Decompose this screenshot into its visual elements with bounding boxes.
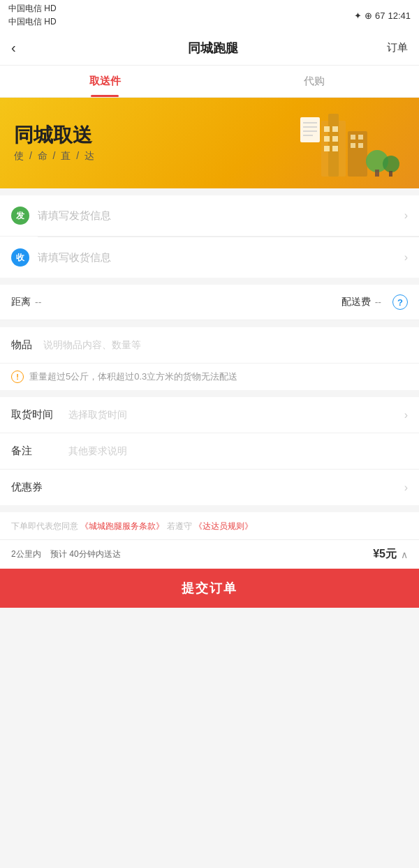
receiver-icon: 收 <box>11 248 29 267</box>
banner-text: 同城取送 使 / 命 / 直 / 达 <box>14 124 96 163</box>
price-toggle-button[interactable]: ∧ <box>401 549 408 560</box>
svg-rect-4 <box>324 136 330 142</box>
svg-rect-9 <box>351 135 355 140</box>
banner-decoration <box>279 100 405 186</box>
time-row[interactable]: 取货时间 选择取货时间 › <box>0 397 419 433</box>
note-row[interactable]: 备注 其他要求说明 <box>0 433 419 470</box>
delivery-range: 2公里内 <box>11 549 41 559</box>
terms-section: 下单即代表您同意 《城城跑腿服务条款》 若遵守 《达达员规则》 <box>0 512 419 539</box>
coupon-label: 优惠券 <box>11 481 60 494</box>
terms-link2[interactable]: 《达达员规则》 <box>194 521 253 531</box>
back-button[interactable]: ‹ <box>11 40 39 56</box>
fee-label: 配送费 <box>341 296 371 308</box>
status-right: ✦ ⊕ 67 12:41 <box>354 10 411 21</box>
item-placeholder: 说明物品内容、数量等 <box>43 339 141 350</box>
svg-rect-5 <box>332 136 338 142</box>
sender-icon: 发 <box>11 207 29 225</box>
sender-arrow: › <box>404 209 408 222</box>
banner-svg <box>279 100 405 184</box>
coupon-arrow: › <box>404 481 408 494</box>
tab-pickup[interactable]: 取送件 <box>0 66 210 97</box>
item-section: 物品 说明物品内容、数量等 ! 重量超过5公斤，体积超过0.3立方米的货物无法配… <box>0 327 419 390</box>
banner-title: 同城取送 <box>14 124 96 147</box>
page-title: 同城跑腿 <box>188 40 238 57</box>
svg-rect-12 <box>358 143 363 148</box>
receiver-row[interactable]: 收 请填写收货信息 › <box>0 237 419 278</box>
svg-rect-7 <box>332 146 338 151</box>
svg-rect-10 <box>358 135 363 140</box>
tab-bar: 取送件 代购 <box>0 66 419 98</box>
nav-bar: ‹ 同城跑腿 订单 <box>0 31 419 66</box>
sender-placeholder: 请填写发货信息 <box>38 209 404 223</box>
time-arrow: › <box>404 409 408 421</box>
fee-item: 配送费 -- <box>341 296 381 308</box>
terms-link1[interactable]: 《城城跑腿服务条款》 <box>80 521 164 531</box>
carrier2-label: 中国电信 HD <box>8 16 57 28</box>
submit-order-button[interactable]: 提交订单 <box>0 569 419 608</box>
svg-point-15 <box>383 156 399 172</box>
bottom-summary: 2公里内 预计 40分钟内送达 ¥5元 ∧ <box>0 539 419 569</box>
svg-rect-1 <box>328 114 339 177</box>
banner-subtitle: 使 / 命 / 直 / 达 <box>14 150 96 163</box>
banner: 同城取送 使 / 命 / 直 / 达 <box>0 98 419 188</box>
svg-rect-6 <box>324 146 330 151</box>
carrier-info: 中国电信 HD 中国电信 HD <box>8 3 57 28</box>
warning-text: 重量超过5公斤，体积超过0.3立方米的货物无法配送 <box>29 371 237 383</box>
svg-rect-16 <box>389 171 392 177</box>
summary-price: ¥5元 <box>373 547 397 562</box>
note-label: 备注 <box>11 444 60 458</box>
svg-rect-17 <box>300 117 320 142</box>
distance-fee-section: 距离 -- 配送费 -- ? <box>0 285 419 320</box>
tab-purchase[interactable]: 代购 <box>210 66 419 97</box>
note-placeholder: 其他要求说明 <box>60 445 408 458</box>
svg-rect-2 <box>324 126 330 132</box>
battery-level: 67 <box>375 10 385 21</box>
item-label: 物品 <box>11 338 32 350</box>
fee-value: -- <box>375 297 381 308</box>
svg-rect-3 <box>332 126 338 132</box>
bottom-bar: 2公里内 预计 40分钟内送达 ¥5元 ∧ 提交订单 <box>0 539 419 608</box>
item-input-row[interactable]: 物品 说明物品内容、数量等 <box>0 327 419 364</box>
distance-value: -- <box>35 297 41 308</box>
coupon-row[interactable]: 优惠券 › <box>0 470 419 505</box>
bluetooth-icon: ✦ <box>354 10 362 21</box>
fee-help-button[interactable]: ? <box>392 294 408 310</box>
terms-text: 下单即代表您同意 《城城跑腿服务条款》 若遵守 《达达员规则》 <box>11 521 253 531</box>
sender-section: 发 请填写发货信息 › 收 请填写收货信息 › <box>0 195 419 278</box>
order-button[interactable]: 订单 <box>387 41 408 54</box>
receiver-placeholder: 请填写收货信息 <box>38 251 404 264</box>
distance-label: 距离 <box>11 296 31 308</box>
receiver-arrow: › <box>404 251 408 264</box>
svg-rect-11 <box>351 143 355 148</box>
delivery-estimate: 预计 40分钟内送达 <box>50 549 121 559</box>
carrier1-label: 中国电信 HD <box>8 3 57 15</box>
time-placeholder: 选择取货时间 <box>60 409 404 421</box>
status-bar: 中国电信 HD 中国电信 HD ✦ ⊕ 67 12:41 <box>0 0 419 31</box>
time-label: 取货时间 <box>11 408 60 421</box>
sender-row[interactable]: 发 请填写发货信息 › <box>0 195 419 237</box>
distance-item: 距离 -- <box>11 296 41 308</box>
warning-icon: ! <box>11 371 24 383</box>
location-icon: ⊕ <box>365 10 372 21</box>
svg-rect-14 <box>375 170 379 177</box>
warning-row: ! 重量超过5公斤，体积超过0.3立方米的货物无法配送 <box>0 364 419 390</box>
options-section: 取货时间 选择取货时间 › 备注 其他要求说明 优惠券 › <box>0 397 419 505</box>
summary-right: ¥5元 ∧ <box>373 547 408 562</box>
summary-left: 2公里内 预计 40分钟内送达 <box>11 548 121 560</box>
time-display: 12:41 <box>388 10 411 21</box>
